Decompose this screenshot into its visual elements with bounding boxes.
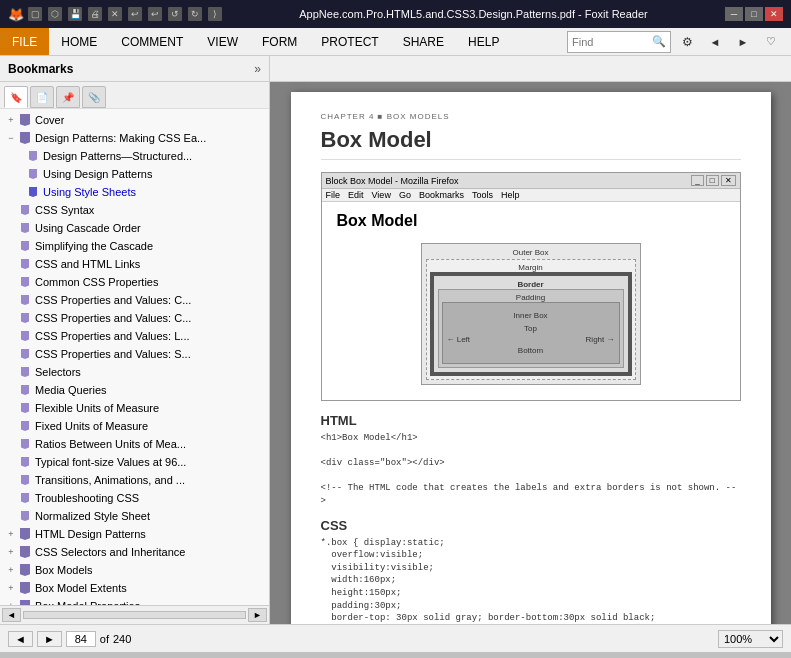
page-number-input[interactable] (66, 631, 96, 647)
padding-label: Padding (442, 293, 620, 302)
tree-item-transitions[interactable]: Transitions, Animations, and ... (0, 471, 269, 489)
tree-item-css-props-c1[interactable]: CSS Properties and Values: C... (0, 291, 269, 309)
nav-back-button[interactable]: ◄ (703, 30, 727, 54)
browser-menu-go: Go (399, 190, 411, 200)
tree-label-box-models: Box Models (35, 564, 92, 576)
bookmark-icon-ratios (18, 437, 32, 451)
content-area[interactable]: CHAPTER 4 ■ BOX MODELS Box Model Block B… (270, 82, 791, 624)
tree-item-simplifying[interactable]: Simplifying the Cascade (0, 237, 269, 255)
tree-item-html-design[interactable]: + HTML Design Patterns (0, 525, 269, 543)
toggle-box-models[interactable]: + (4, 563, 18, 577)
window-title: AppNee.com.Pro.HTML5.and.CSS3.Design.Pat… (222, 8, 725, 20)
tree-label-common-css: Common CSS Properties (35, 276, 159, 288)
search-input[interactable] (572, 36, 652, 48)
css-section-title: CSS (321, 518, 741, 533)
tree-item-using-design[interactable]: Using Design Patterns (0, 165, 269, 183)
tree-item-css-props-l[interactable]: CSS Properties and Values: L... (0, 327, 269, 345)
border-box: Border Padding Inner Box Top (430, 272, 632, 376)
tree-item-media-queries[interactable]: Media Queries (0, 381, 269, 399)
toggle-cover[interactable]: + (4, 113, 18, 127)
nav-forward-button[interactable]: ► (731, 30, 755, 54)
tree-item-selectors[interactable]: Selectors (0, 363, 269, 381)
nav-heart-button[interactable]: ♡ (759, 30, 783, 54)
tree-item-common-css[interactable]: Common CSS Properties (0, 273, 269, 291)
tree-item-css-selectors[interactable]: + CSS Selectors and Inheritance (0, 543, 269, 561)
browser-menu-help: Help (501, 190, 520, 200)
tree-label-css-syntax: CSS Syntax (35, 204, 94, 216)
menu-file[interactable]: FILE (0, 28, 49, 55)
tb-icon-6[interactable]: ↩ (128, 7, 142, 21)
toggle-html-design[interactable]: + (4, 527, 18, 541)
tree-item-troubleshooting[interactable]: Troubleshooting CSS (0, 489, 269, 507)
menu-protect[interactable]: PROTECT (309, 28, 390, 55)
sidebar-scrollbar: ◄ ► (0, 605, 269, 624)
tree-item-box-properties[interactable]: + Box Model Properties (0, 597, 269, 605)
outer-box: Outer Box Margin Border Padding Inner Bo… (421, 243, 641, 385)
tb-icon-7[interactable]: ↩ (148, 7, 162, 21)
tree-item-style-sheets[interactable]: Using Style Sheets (0, 183, 269, 201)
sidebar-scrollbar-track[interactable] (23, 611, 246, 619)
sidebar-tab-annotations[interactable]: 📌 (56, 86, 80, 108)
outer-box-label: Outer Box (426, 248, 636, 257)
bottom-bar: ◄ ► of 240 100% 75% 125% Fit Page (0, 624, 791, 652)
tree-item-css-props-c2[interactable]: CSS Properties and Values: C... (0, 309, 269, 327)
tb-icon-10[interactable]: ⟩ (208, 7, 222, 21)
sidebar-tab-attachments[interactable]: 📎 (82, 86, 106, 108)
title-bar: 🦊 ▢ ⬡ 💾 🖨 ✕ ↩ ↩ ↺ ↻ ⟩ AppNee.com.Pro.HTM… (0, 0, 791, 28)
menu-home[interactable]: HOME (49, 28, 109, 55)
sidebar-tab-pages[interactable]: 📄 (30, 86, 54, 108)
tree-item-normalized[interactable]: Normalized Style Sheet (0, 507, 269, 525)
toggle-box-extents[interactable]: + (4, 581, 18, 595)
maximize-button[interactable]: □ (745, 7, 763, 21)
tree-item-css-props-s[interactable]: CSS Properties and Values: S... (0, 345, 269, 363)
tree-item-ratios[interactable]: Ratios Between Units of Mea... (0, 435, 269, 453)
tree-item-font-size[interactable]: Typical font-size Values at 96... (0, 453, 269, 471)
lr-labels: ← Left Right → (447, 333, 615, 346)
search-button[interactable]: 🔍 (652, 35, 666, 48)
tree-item-css-html-links[interactable]: CSS and HTML Links (0, 255, 269, 273)
menu-view[interactable]: VIEW (195, 28, 250, 55)
tb-icon-3[interactable]: 💾 (68, 7, 82, 21)
tb-icon-5[interactable]: ✕ (108, 7, 122, 21)
menu-share[interactable]: SHARE (391, 28, 456, 55)
tree-item-box-extents[interactable]: + Box Model Extents (0, 579, 269, 597)
close-button[interactable]: ✕ (765, 7, 783, 21)
top-text: Top (524, 324, 537, 333)
tree-item-flexible-units[interactable]: Flexible Units of Measure (0, 399, 269, 417)
tree-label-transitions: Transitions, Animations, and ... (35, 474, 185, 486)
toggle-design[interactable]: − (4, 131, 18, 145)
search-settings-button[interactable]: ⚙ (675, 30, 699, 54)
sidebar-scroll-right[interactable]: ► (248, 608, 267, 622)
tree-item-cover[interactable]: + Cover (0, 111, 269, 129)
prev-page-button[interactable]: ◄ (8, 631, 33, 647)
search-box[interactable]: 🔍 (567, 31, 671, 53)
menu-comment[interactable]: COMMENT (109, 28, 195, 55)
box-model-diagram: Outer Box Margin Border Padding Inner Bo… (337, 238, 725, 390)
bookmarks-collapse-button[interactable]: » (254, 62, 261, 76)
toggle-css-selectors[interactable]: + (4, 545, 18, 559)
tree-item-structured[interactable]: Design Patterns—Structured... (0, 147, 269, 165)
tree-item-css-syntax[interactable]: CSS Syntax (0, 201, 269, 219)
tree-item-box-models[interactable]: + Box Models (0, 561, 269, 579)
bookmark-icon-style-sheets (26, 185, 40, 199)
tb-icon-9[interactable]: ↻ (188, 7, 202, 21)
tree-item-design-patterns[interactable]: − Design Patterns: Making CSS Ea... (0, 129, 269, 147)
minimize-button[interactable]: ─ (725, 7, 743, 21)
zoom-select[interactable]: 100% 75% 125% Fit Page (718, 630, 783, 648)
tb-icon-1[interactable]: ▢ (28, 7, 42, 21)
page-title: Box Model (321, 127, 741, 160)
tb-icon-2[interactable]: ⬡ (48, 7, 62, 21)
bookmark-icon-transitions (18, 473, 32, 487)
tree-item-cascade-order[interactable]: Using Cascade Order (0, 219, 269, 237)
sidebar-scroll-left[interactable]: ◄ (2, 608, 21, 622)
next-page-button[interactable]: ► (37, 631, 62, 647)
menu-help[interactable]: HELP (456, 28, 511, 55)
menu-form[interactable]: FORM (250, 28, 309, 55)
tb-icon-4[interactable]: 🖨 (88, 7, 102, 21)
browser-menu-tools: Tools (472, 190, 493, 200)
tree-item-fixed-units[interactable]: Fixed Units of Measure (0, 417, 269, 435)
sidebar-tab-bookmarks[interactable]: 🔖 (4, 86, 28, 108)
tb-icon-8[interactable]: ↺ (168, 7, 182, 21)
window-controls: ─ □ ✕ (725, 7, 783, 21)
html-code-content: <h1>Box Model</h1> <div class="box"></di… (321, 432, 741, 508)
